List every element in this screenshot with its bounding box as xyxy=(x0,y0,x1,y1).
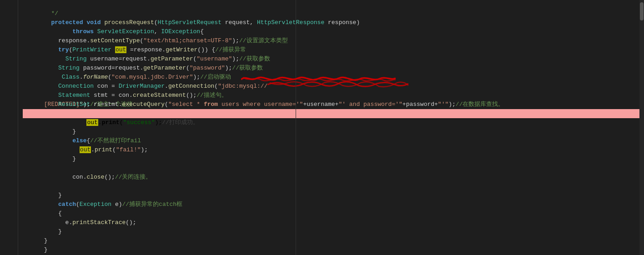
scrollbar-vertical[interactable] xyxy=(639,0,644,255)
code-line-14: } xyxy=(23,118,644,127)
code-line-26: } xyxy=(23,227,644,236)
code-line-13: out.print("success");//打印成功。 xyxy=(23,109,644,118)
code-line-19: con.close();//关闭连接。 xyxy=(23,164,644,173)
code-line-24: e.printStackTrace(); xyxy=(23,209,644,218)
code-line-15: else{//不然就打印fail xyxy=(23,127,644,136)
code-line-27: } xyxy=(23,236,644,245)
code-line-23: { xyxy=(23,200,644,209)
code-line-8: Class.forName("com.mysql.jdbc.Driver");/… xyxy=(23,64,644,73)
code-line-2: protected void processRequest(HttpServle… xyxy=(23,9,644,18)
code-line-16: out.print("fail!"); xyxy=(23,136,644,145)
code-editor: */ protected void processRequest(HttpSer… xyxy=(0,0,644,255)
code-line-12: if(rs.next()) {//假如找到了 xyxy=(23,100,644,109)
code-line-3: throws ServletException, IOException{ xyxy=(23,18,644,27)
code-line-9: Connection con = DriverManager.getConnec… xyxy=(23,73,644,82)
code-line-7: String password=request.getParameter("pa… xyxy=(23,55,644,64)
code-line-11: ResultSet rs=stmt.executeQuery("select *… xyxy=(23,91,644,100)
code-line-10: Statement stmt = con.createStatement();/… xyxy=(23,82,644,91)
code-line-18 xyxy=(23,155,644,164)
code-area: */ protected void processRequest(HttpSer… xyxy=(18,0,644,255)
code-line-17: } xyxy=(23,145,644,155)
code-line-20 xyxy=(23,173,644,182)
code-line-22: catch(Exception e)//捕获异常的catch框 xyxy=(23,191,644,200)
code-line-21: } xyxy=(23,182,644,191)
code-line-6: String username=request.getParameter("us… xyxy=(23,45,644,55)
code-line-4: response.setContentType("text/html;chars… xyxy=(23,27,644,36)
code-line-5: try(PrintWriter out =response.getWriter(… xyxy=(23,36,644,45)
code-line-25: } xyxy=(23,218,644,227)
scrollbar-thumb[interactable] xyxy=(640,2,644,20)
line-numbers xyxy=(0,0,18,255)
code-line-1: */ xyxy=(23,0,644,9)
